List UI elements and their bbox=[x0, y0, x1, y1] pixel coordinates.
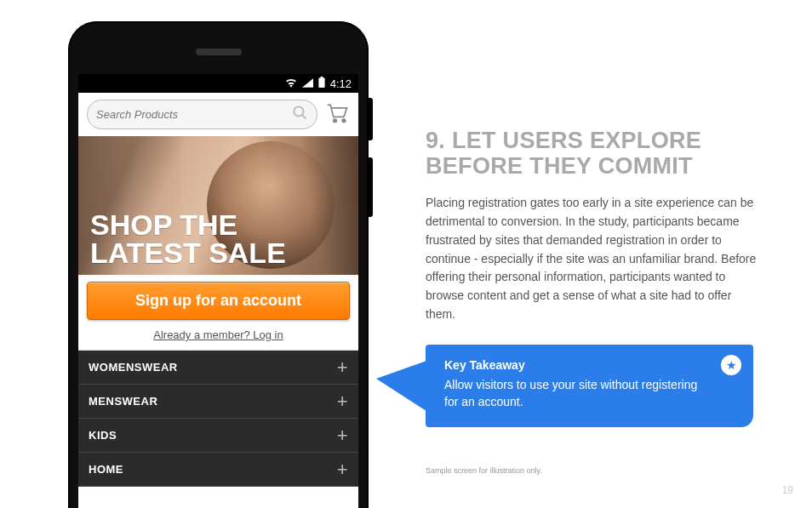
hero-line-2: LATEST SALE bbox=[90, 237, 286, 269]
page-heading: 9. LET USERS EXPLORE BEFORE THEY COMMIT bbox=[426, 128, 769, 179]
footnote: Sample screen for illustration only. bbox=[426, 466, 769, 475]
phone-device: 4:12 SHOP THE bbox=[68, 21, 369, 508]
callout-body: Allow visitors to use your site without … bbox=[444, 377, 706, 410]
search-icon[interactable] bbox=[292, 105, 308, 124]
category-item-home[interactable]: HOME + bbox=[78, 453, 358, 487]
body-text: Placing registration gates too early in … bbox=[426, 194, 762, 323]
login-link[interactable]: Already a member? Log in bbox=[87, 328, 350, 341]
volume-button bbox=[369, 157, 373, 217]
plus-icon: + bbox=[337, 362, 348, 374]
signup-button[interactable]: Sign up for an account bbox=[87, 282, 350, 320]
search-box[interactable] bbox=[87, 100, 317, 129]
svg-point-2 bbox=[334, 119, 337, 123]
plus-icon: + bbox=[337, 396, 348, 408]
search-input[interactable] bbox=[96, 108, 292, 121]
category-label: WOMENSWEAR bbox=[89, 361, 178, 374]
callout: ★ Key Takeaway Allow visitors to use you… bbox=[426, 345, 769, 427]
category-item-womenswear[interactable]: WOMENSWEAR + bbox=[78, 351, 358, 385]
category-label: KIDS bbox=[89, 429, 117, 442]
callout-pointer bbox=[376, 360, 429, 413]
plus-icon: + bbox=[337, 430, 348, 442]
status-time: 4:12 bbox=[330, 77, 352, 90]
category-label: MENSWEAR bbox=[89, 395, 157, 408]
page-number: 19 bbox=[782, 484, 793, 496]
battery-icon bbox=[318, 77, 325, 90]
category-item-menswear[interactable]: MENSWEAR + bbox=[78, 385, 358, 419]
search-row bbox=[78, 93, 358, 136]
category-list: WOMENSWEAR + MENSWEAR + KIDS + HOME + bbox=[78, 351, 358, 487]
wifi-icon bbox=[285, 77, 297, 90]
category-label: HOME bbox=[89, 463, 123, 476]
phone-screen: 4:12 SHOP THE bbox=[78, 74, 358, 508]
svg-point-0 bbox=[294, 106, 303, 116]
power-button bbox=[369, 98, 373, 140]
hero-banner[interactable]: SHOP THE LATEST SALE bbox=[78, 136, 358, 275]
hero-text: SHOP THE LATEST SALE bbox=[90, 211, 286, 266]
star-icon: ★ bbox=[721, 355, 741, 375]
cta-area: Sign up for an account Already a member?… bbox=[78, 275, 358, 351]
status-bar: 4:12 bbox=[78, 74, 358, 93]
cart-icon[interactable] bbox=[326, 103, 350, 127]
svg-line-1 bbox=[302, 115, 306, 119]
svg-point-3 bbox=[342, 119, 346, 123]
category-item-kids[interactable]: KIDS + bbox=[78, 419, 358, 453]
callout-title: Key Takeaway bbox=[444, 358, 706, 372]
signal-icon bbox=[302, 77, 313, 90]
plus-icon: + bbox=[337, 464, 348, 476]
